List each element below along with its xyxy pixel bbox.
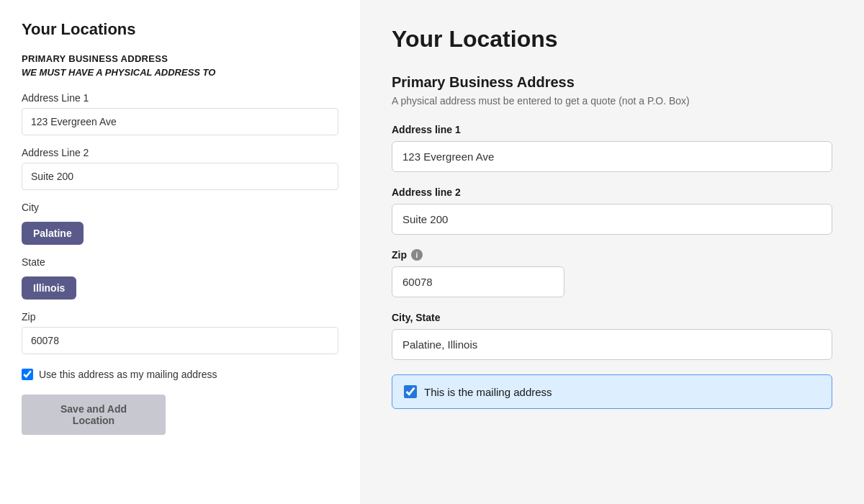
left-address2-input[interactable] <box>22 163 338 190</box>
right-mailing-checkbox[interactable] <box>404 385 417 398</box>
right-zip-label: Zip i <box>392 249 832 261</box>
left-mailing-checkbox-row[interactable]: Use this address as my mailing address <box>22 369 338 380</box>
left-mailing-checkbox[interactable] <box>22 369 33 380</box>
right-panel: Your Locations Primary Business Address … <box>360 0 864 504</box>
left-city-badge: Palatine <box>22 222 84 245</box>
left-address2-label: Address Line 2 <box>22 147 338 158</box>
left-save-button[interactable]: Save and Add Location <box>22 395 166 435</box>
left-address1-input[interactable] <box>22 108 338 135</box>
right-address1-label: Address line 1 <box>392 124 832 135</box>
left-section-title: PRIMARY BUSINESS ADDRESS <box>22 53 338 64</box>
left-zip-label: Zip <box>22 311 338 323</box>
right-address1-input[interactable] <box>392 141 832 172</box>
left-title: Your Locations <box>22 20 338 39</box>
right-address2-input[interactable] <box>392 204 832 235</box>
right-address2-group: Address line 2 <box>392 186 832 235</box>
right-section-title: Primary Business Address <box>392 74 832 91</box>
right-address2-label: Address line 2 <box>392 186 832 198</box>
right-mailing-checkbox-row[interactable]: This is the mailing address <box>392 374 832 409</box>
left-state-badge: Illinois <box>22 276 76 300</box>
left-city-label: City <box>22 202 338 213</box>
right-city-state-input[interactable] <box>392 329 832 360</box>
right-title: Your Locations <box>392 26 832 53</box>
right-city-state-group: City, State <box>392 312 832 360</box>
left-zip-input[interactable] <box>22 327 338 354</box>
right-zip-input[interactable] <box>392 266 564 297</box>
zip-info-icon[interactable]: i <box>411 249 423 261</box>
left-mailing-label: Use this address as my mailing address <box>39 369 217 380</box>
right-mailing-label: This is the mailing address <box>424 386 552 398</box>
left-address1-label: Address Line 1 <box>22 92 338 104</box>
right-section-subtitle: A physical address must be entered to ge… <box>392 95 832 107</box>
left-section-subtitle: WE MUST HAVE A PHYSICAL ADDRESS TO <box>22 67 338 78</box>
left-panel: Your Locations PRIMARY BUSINESS ADDRESS … <box>0 0 360 504</box>
right-address1-group: Address line 1 <box>392 124 832 172</box>
left-state-label: State <box>22 256 338 268</box>
right-city-state-label: City, State <box>392 312 832 323</box>
right-zip-group: Zip i <box>392 249 832 297</box>
